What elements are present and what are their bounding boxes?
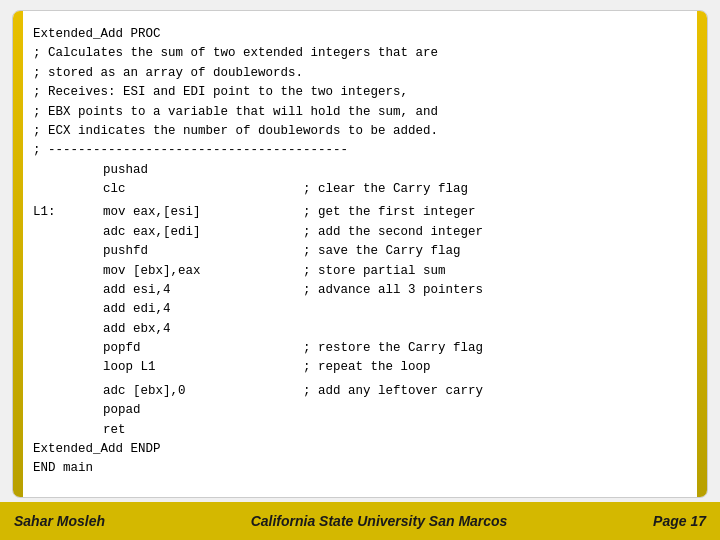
post-label-spacer-0 [33,382,103,401]
loop-line-4: add esi,4 ; advance all 3 pointers [33,281,687,300]
loop-instr-7: popfd [103,339,303,358]
loop-line-5: add edi,4 [33,300,687,319]
comment-1: ; stored as an array of doublewords. [33,64,303,83]
footer: Sahar Mosleh California State University… [0,502,720,540]
loop-instr-0: mov eax,[esi] [103,203,303,222]
loop-line-1: adc eax,[edi] ; add the second integer [33,223,687,242]
clc-instr: clc [103,180,303,199]
loop-line-8: loop L1 ; repeat the loop [33,358,687,377]
pushad-label-spacer [33,161,103,180]
loop-comment-1: ; add the second integer [303,223,483,242]
loop-label-spacer-5 [33,300,103,319]
comment-line-4: ; ECX indicates the number of doubleword… [33,122,687,141]
loop-label-spacer-3 [33,262,103,281]
footer-author: Sahar Mosleh [14,513,105,529]
post-label-spacer-1 [33,401,103,420]
loop-comment-0: ; get the first integer [303,203,476,222]
post-line-2: ret [33,421,687,440]
comment-line-1: ; stored as an array of doublewords. [33,64,687,83]
loop-instr-1: adc eax,[edi] [103,223,303,242]
loop-comment-3: ; store partial sum [303,262,446,281]
loop-label-spacer-1 [33,223,103,242]
end-line-1: END main [33,459,687,478]
loop-line-0: L1: mov eax,[esi] ; get the first intege… [33,203,687,222]
post-line-1: popad [33,401,687,420]
endp-line: Extended_Add ENDP [33,440,161,459]
comment-4: ; ECX indicates the number of doubleword… [33,122,438,141]
pushad-line: pushad [33,161,687,180]
post-label-spacer-2 [33,421,103,440]
post-instr-0: adc [ebx],0 [103,382,303,401]
loop-comment-7: ; restore the Carry flag [303,339,483,358]
proc-name-line: Extended_Add PROC [33,25,687,44]
post-instr-1: popad [103,401,303,420]
loop-label: L1: [33,203,103,222]
loop-label-spacer-6 [33,320,103,339]
comment-2: ; Receives: ESI and EDI point to the two… [33,83,408,102]
comment-line-3: ; EBX points to a variable that will hol… [33,103,687,122]
loop-comment-8: ; repeat the loop [303,358,431,377]
comment-5: ; --------------------------------------… [33,141,348,160]
loop-instr-4: add esi,4 [103,281,303,300]
loop-comment-4: ; advance all 3 pointers [303,281,483,300]
comment-line-0: ; Calculates the sum of two extended int… [33,44,687,63]
loop-instr-2: pushfd [103,242,303,261]
end-line-0: Extended_Add ENDP [33,440,687,459]
slide-area: Extended_Add PROC ; Calculates the sum o… [12,10,708,498]
main-container: Extended_Add PROC ; Calculates the sum o… [0,0,720,540]
comment-line-2: ; Receives: ESI and EDI point to the two… [33,83,687,102]
post-line-0: adc [ebx],0 ; add any leftover carry [33,382,687,401]
loop-instr-3: mov [ebx],eax [103,262,303,281]
loop-line-3: mov [ebx],eax ; store partial sum [33,262,687,281]
comment-0: ; Calculates the sum of two extended int… [33,44,438,63]
post-instr-2: ret [103,421,303,440]
loop-label-spacer-7 [33,339,103,358]
clc-label-spacer [33,180,103,199]
right-accent [697,11,707,497]
comment-line-5: ; --------------------------------------… [33,141,687,160]
footer-university: California State University San Marcos [251,513,508,529]
loop-label-spacer-2 [33,242,103,261]
loop-label-spacer-8 [33,358,103,377]
loop-instr-5: add edi,4 [103,300,303,319]
clc-comment: ; clear the Carry flag [303,180,468,199]
loop-comment-2: ; save the Carry flag [303,242,461,261]
loop-line-2: pushfd ; save the Carry flag [33,242,687,261]
code-block: Extended_Add PROC ; Calculates the sum o… [33,25,687,479]
loop-line-7: popfd ; restore the Carry flag [33,339,687,358]
pushad-instr: pushad [103,161,148,180]
post-comment-0: ; add any leftover carry [303,382,483,401]
clc-line: clc ; clear the Carry flag [33,180,687,199]
comment-3: ; EBX points to a variable that will hol… [33,103,438,122]
footer-page: Page 17 [653,513,706,529]
proc-name: Extended_Add PROC [33,25,161,44]
loop-instr-8: loop L1 [103,358,303,377]
loop-label-spacer-4 [33,281,103,300]
loop-line-6: add ebx,4 [33,320,687,339]
left-accent [13,11,23,497]
end-main-line: END main [33,459,93,478]
loop-instr-6: add ebx,4 [103,320,303,339]
